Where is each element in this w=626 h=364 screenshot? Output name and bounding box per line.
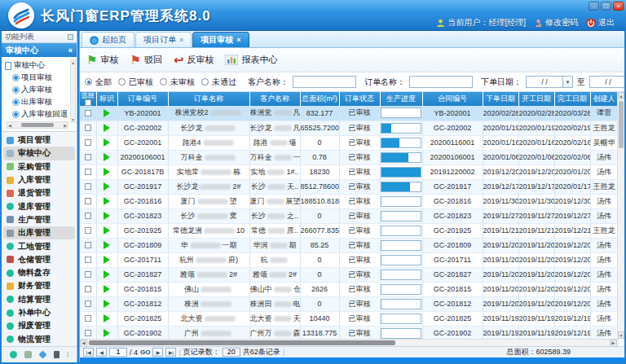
- logout-button[interactable]: 退出: [586, 17, 615, 29]
- order-date-to-field[interactable]: / /▼: [589, 76, 624, 88]
- sidebar-item-inbound[interactable]: 入库管理: [2, 173, 77, 186]
- person-book-icon[interactable]: [54, 351, 60, 358]
- scroll-right-icon[interactable]: ▶: [610, 340, 617, 347]
- row-checkbox[interactable]: [85, 183, 91, 190]
- radio-filter-3[interactable]: [201, 78, 209, 86]
- go-button[interactable]: GO: [140, 349, 150, 356]
- table-row[interactable]: GC-201816 厦门望 厦门展望 188510.818 已审核 GC-201…: [80, 194, 618, 208]
- row-checkbox[interactable]: [85, 286, 91, 292]
- table-row[interactable]: GC-201825 北大资 北大资天.. 10440 已审核 GC-201825…: [80, 311, 618, 326]
- sidebar-item-inventory[interactable]: 物料盘存: [2, 266, 77, 279]
- tree-horizontal-scrollbar[interactable]: ◀▶: [7, 121, 68, 129]
- radio-filter-1[interactable]: [118, 78, 126, 86]
- flag-icon[interactable]: [38, 350, 46, 358]
- tree-item-0[interactable]: 项目审核: [5, 72, 70, 84]
- tree-item-1[interactable]: 入库审核: [5, 84, 70, 96]
- report-center-button[interactable]: 报表中心: [225, 54, 277, 66]
- table-row[interactable]: YB-202001 株洲党校2 株洲党凡.. 832.177 已审核 YB-20…: [80, 106, 618, 121]
- sidebar-item-warehouse[interactable]: 仓储管理: [2, 253, 77, 266]
- sidebar-item-purchase[interactable]: 采购管理: [2, 160, 77, 173]
- sidebar-item-site[interactable]: 工地管理: [2, 239, 77, 252]
- sidebar-item-project[interactable]: 项目管理: [2, 134, 77, 147]
- table-row[interactable]: GC-202001 路港4 路港墙 0 已审核 20200116001 2020…: [80, 135, 618, 150]
- row-checkbox[interactable]: [85, 271, 91, 278]
- tab-2[interactable]: 项目审核 ×: [192, 32, 249, 47]
- sidebar-item-audit-center[interactable]: 审核中心: [3, 147, 75, 160]
- cart-icon[interactable]: [24, 351, 32, 358]
- last-page-button[interactable]: ▶|: [165, 348, 176, 357]
- tree-vertical-scrollbar[interactable]: ▲▼: [70, 59, 76, 123]
- row-checkbox[interactable]: [85, 300, 91, 307]
- radio-filter-2[interactable]: [160, 78, 167, 86]
- table-row[interactable]: GC-201809 华一期 华润期 85.25 已审核 GC-201809 20…: [80, 238, 618, 252]
- sidebar-item-production[interactable]: 生产管理: [2, 213, 77, 226]
- table-row[interactable]: GC-201925 常德龙洲10 常德原.. 266077.835.. 已审核 …: [80, 223, 618, 238]
- table-row[interactable]: GC-201917 长沙龙2# 长沙天.. 8512.78600.. 已审核 G…: [80, 179, 618, 194]
- row-checkbox[interactable]: [85, 125, 91, 131]
- change-password-button[interactable]: 修改密码: [534, 17, 578, 29]
- customer-name-input[interactable]: [293, 76, 356, 88]
- table-row[interactable]: 20200106001 万科金 万科金一期 0.78 已审核 202001060…: [80, 150, 618, 164]
- more-dots-icon[interactable]: ⁞: [67, 351, 68, 358]
- row-checkbox[interactable]: [85, 227, 91, 234]
- scroll-down-icon[interactable]: ▼: [618, 331, 624, 339]
- reject-button[interactable]: ⚑驳回: [130, 54, 161, 66]
- minimize-button[interactable]: -: [589, 2, 599, 11]
- tab-0[interactable]: ⌂ 起始页: [82, 32, 134, 47]
- row-checkbox[interactable]: [85, 315, 91, 322]
- sidebar-item-return-goods[interactable]: 退货管理: [2, 186, 77, 200]
- scroll-up-icon[interactable]: ▲: [618, 92, 624, 99]
- order-name-input[interactable]: [409, 76, 473, 88]
- row-checkbox[interactable]: [85, 154, 91, 160]
- row-checkbox[interactable]: [85, 110, 91, 116]
- pin-icon[interactable]: [68, 34, 73, 40]
- table-row[interactable]: GC-202002 长沙龙 长沙龙凡.. 65525.7200.. 已审核 GC…: [80, 121, 618, 135]
- sidebar-item-settlement[interactable]: 结算管理: [2, 293, 77, 306]
- select-all-checkbox[interactable]: [85, 99, 91, 106]
- first-page-button[interactable]: |◀: [83, 348, 94, 357]
- sidebar-item-finance[interactable]: 财务管理: [2, 279, 77, 292]
- collapse-icon[interactable]: «: [68, 46, 73, 55]
- scroll-left-icon[interactable]: ◀: [80, 340, 87, 347]
- vertical-scroll-thumb[interactable]: [619, 101, 624, 148]
- row-checkbox[interactable]: [85, 213, 91, 219]
- sidebar-item-outbound[interactable]: 出库管理: [3, 226, 75, 239]
- row-checkbox[interactable]: [85, 198, 91, 204]
- audit-section-header[interactable]: 审核中心 «: [2, 43, 77, 57]
- table-vertical-scrollbar[interactable]: ▲ ▼: [617, 92, 624, 339]
- close-button[interactable]: ×: [613, 2, 624, 11]
- page-number-input[interactable]: [109, 348, 127, 357]
- sidebar-item-return-stock[interactable]: 退库管理: [2, 200, 77, 213]
- radio-filter-0[interactable]: [85, 78, 92, 86]
- row-checkbox[interactable]: [85, 169, 91, 175]
- unapprove-button[interactable]: ↩反审核: [174, 54, 214, 66]
- horizontal-scroll-thumb[interactable]: [89, 340, 395, 345]
- table-row[interactable]: GC-201817B 实地常栋 实地1#.. 18230 已审核 2019122…: [80, 164, 618, 179]
- page-size-input[interactable]: [223, 348, 240, 357]
- table-horizontal-scrollbar[interactable]: ◀ ▶: [80, 339, 617, 346]
- dropdown-arrow-icon[interactable]: ▼: [563, 76, 573, 88]
- next-page-button[interactable]: ▶: [152, 348, 163, 357]
- prev-page-button[interactable]: ◀: [96, 348, 107, 357]
- tree-root-audit-center[interactable]: 审核中心: [5, 59, 70, 72]
- table-row[interactable]: GC-201815 佛山 佛山中仓库 2626 已审核 GC-201815 20…: [80, 282, 618, 296]
- row-checkbox[interactable]: [85, 257, 91, 263]
- sidebar-item-supplement[interactable]: 补单中心: [2, 306, 77, 319]
- sidebar-item-scrap[interactable]: 报废管理: [2, 319, 77, 332]
- close-tab-icon[interactable]: ×: [236, 36, 240, 44]
- table-row[interactable]: GC-201823 长沙窝 长沙之.. 0 已审核 GC-201823 2019…: [80, 208, 618, 223]
- row-checkbox[interactable]: [85, 242, 91, 248]
- row-checkbox[interactable]: [85, 139, 91, 146]
- maximize-button[interactable]: □: [601, 2, 611, 11]
- order-date-from-field[interactable]: / /▼: [526, 76, 573, 88]
- table-row[interactable]: GC-201812 株洲 株洲田电商 0 已审核 GC-201812 2019/…: [80, 296, 618, 311]
- sidebar-item-logistics[interactable]: 物流管理: [2, 332, 77, 345]
- table-row[interactable]: GC-201827 雅颂2# 雅颂2# 0 已审核 GC-201827 2019…: [80, 267, 618, 282]
- approve-button[interactable]: ⚑审核: [86, 54, 118, 66]
- table-row[interactable]: GC-201711 杭州府) 杭 0 已审核 GC-201711 2019/11…: [80, 252, 618, 267]
- tree-item-2[interactable]: 出库审核: [5, 96, 70, 108]
- row-checkbox[interactable]: [85, 330, 91, 336]
- tree-item-3[interactable]: 入库审核回退: [5, 108, 70, 121]
- green-dot-icon[interactable]: [10, 351, 17, 358]
- close-tab-icon[interactable]: ×: [179, 36, 183, 44]
